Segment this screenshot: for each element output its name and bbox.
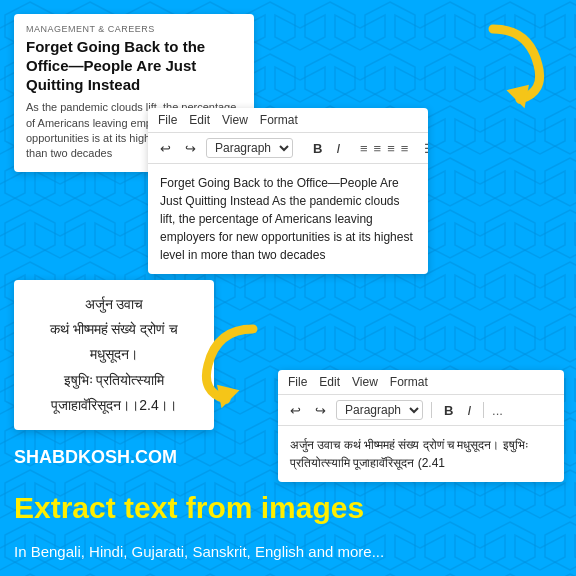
italic-button[interactable]: I (332, 140, 344, 157)
menu-file-skt[interactable]: File (288, 375, 307, 389)
align-center-icon[interactable]: ≡ (374, 141, 382, 156)
align-justify-icon[interactable]: ≡ (401, 141, 409, 156)
tagline-main: Extract text from images (14, 491, 364, 524)
menu-edit-skt[interactable]: Edit (319, 375, 340, 389)
toolbar-divider-skt-1 (431, 402, 432, 418)
svg-marker-5 (217, 385, 240, 408)
paragraph-select-skt[interactable]: Paragraph (336, 400, 423, 420)
menu-edit[interactable]: Edit (189, 113, 210, 127)
toolbar-divider-skt-2 (483, 402, 484, 418)
editor-card-sanskrit: File Edit View Format Paragraph B I ... … (278, 370, 564, 482)
arrow-1-icon (466, 20, 556, 110)
tagline-sub: In Bengali, Hindi, Gujarati, Sanskrit, E… (14, 543, 384, 560)
news-headline: Forget Going Back to the Office—People A… (26, 38, 242, 94)
arrow-2-icon (190, 320, 280, 410)
menu-file[interactable]: File (158, 113, 177, 127)
bold-button-skt[interactable]: B (440, 402, 457, 419)
undo-button-skt[interactable] (286, 402, 305, 419)
sanskrit-line-1: अर्जुन उवाच (28, 292, 200, 317)
editor-menubar-skt: File Edit View Format (278, 370, 564, 395)
menu-format-skt[interactable]: Format (390, 375, 428, 389)
svg-marker-4 (507, 85, 530, 108)
editor-card-english: File Edit View Format Paragraph B I ≡ ≡ … (148, 108, 428, 274)
sanskrit-card: अर्जुन उवाच कथं भीष्ममहं संख्ये द्रोणं च… (14, 280, 214, 430)
align-left-icon[interactable]: ≡ (360, 141, 368, 156)
sanskrit-line-3: इषुभिः प्रतियोत्स्यामि पूजाहावॅरिसूदन।।2… (28, 368, 200, 418)
sanskrit-line-2: कथं भीष्ममहं संख्ये द्रोणं च मधुसूदन। (28, 317, 200, 367)
align-right-icon[interactable]: ≡ (387, 141, 395, 156)
paragraph-select[interactable]: Paragraph (206, 138, 293, 158)
bold-button[interactable]: B (309, 140, 326, 157)
editor-content-en[interactable]: Forget Going Back to the Office—People A… (148, 164, 428, 274)
editor-content-skt[interactable]: अर्जुन उवाच कथं भीष्ममहं संख्य द्रोणं च … (278, 426, 564, 482)
brand-url: SHABDKOSH.COM (14, 447, 177, 468)
redo-button-skt[interactable] (311, 402, 330, 419)
menu-view-skt[interactable]: View (352, 375, 378, 389)
menu-format[interactable]: Format (260, 113, 298, 127)
news-category: MANAGEMENT & CAREERS (26, 24, 242, 34)
italic-button-skt[interactable]: I (463, 402, 475, 419)
redo-button[interactable] (181, 140, 200, 157)
editor-menubar-en: File Edit View Format (148, 108, 428, 133)
undo-button[interactable] (156, 140, 175, 157)
more-icon-skt[interactable]: ... (492, 403, 503, 418)
list-icon[interactable]: ☰ (424, 141, 428, 156)
menu-view[interactable]: View (222, 113, 248, 127)
editor-toolbar-en: Paragraph B I ≡ ≡ ≡ ≡ ☰ ⇥ (148, 133, 428, 164)
editor-toolbar-skt: Paragraph B I ... (278, 395, 564, 426)
